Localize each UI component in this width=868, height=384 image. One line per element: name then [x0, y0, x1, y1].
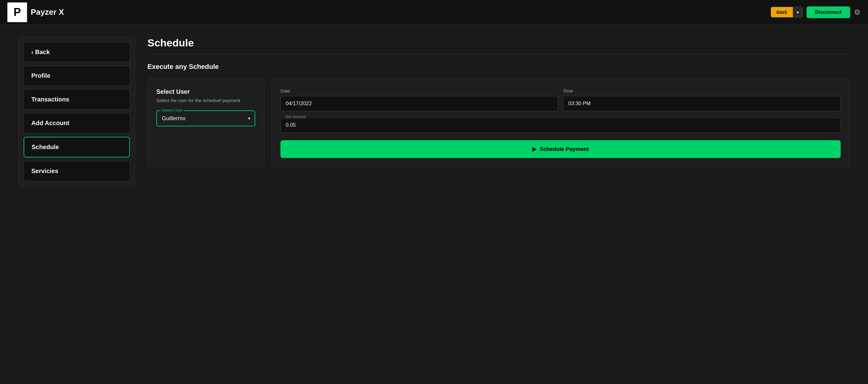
- date-input[interactable]: [280, 96, 558, 111]
- amount-group: Set Amount: [280, 117, 841, 133]
- page-content: Schedule Execute any Schedule Select Use…: [148, 37, 849, 186]
- select-float-label: Select User: [161, 108, 184, 113]
- schedule-payment-label: Schedule Payment: [540, 146, 589, 152]
- add-account-label: Add Account: [31, 120, 69, 126]
- amount-float-label: Set Amount: [284, 114, 307, 119]
- app-name: Payzer X: [31, 7, 64, 17]
- select-user-card: Select User Select the user for the sche…: [148, 78, 264, 168]
- user-select[interactable]: Guillermo: [157, 111, 255, 126]
- schedule-details-card: Date Time Set Amount ▶ Schedule Payment: [272, 78, 849, 168]
- profile-label: Profile: [31, 72, 50, 79]
- select-user-description: Select the user for the scheduel payment: [156, 98, 255, 103]
- network-selector[interactable]: Görli ▾: [771, 7, 803, 18]
- page-title: Schedule: [148, 37, 849, 49]
- schedule-payment-icon: ▶: [532, 146, 536, 152]
- disconnect-button[interactable]: Disconnect: [807, 6, 850, 18]
- transactions-label: Transactions: [31, 96, 69, 103]
- sidebar: ‹ Back Profile Transactions Add Account …: [19, 37, 135, 186]
- date-time-row: Date Time: [280, 88, 841, 111]
- header: P Payzer X Görli ▾ Disconnect ⚙: [0, 0, 868, 25]
- user-select-container[interactable]: Select User Guillermo ▾: [156, 110, 255, 126]
- cards-row: Select User Select the user for the sche…: [148, 78, 849, 168]
- date-label: Date: [280, 88, 558, 93]
- servicies-label: Servicies: [31, 168, 58, 174]
- select-user-label: Select User: [156, 88, 255, 95]
- time-group: Time: [563, 88, 841, 111]
- sidebar-item-profile[interactable]: Profile: [24, 66, 130, 86]
- logo-box: P: [7, 2, 27, 22]
- settings-icon[interactable]: ⚙: [854, 8, 861, 17]
- network-badge: Görli: [771, 7, 793, 17]
- amount-input[interactable]: [280, 117, 841, 133]
- schedule-label: Schedule: [32, 144, 59, 150]
- time-label: Time: [563, 88, 841, 93]
- sidebar-item-back[interactable]: ‹ Back: [24, 42, 130, 62]
- logo-area: P Payzer X: [7, 2, 64, 22]
- sidebar-item-servicies[interactable]: Servicies: [24, 161, 130, 181]
- network-dropdown-arrow[interactable]: ▾: [793, 7, 803, 17]
- sidebar-item-transactions[interactable]: Transactions: [24, 89, 130, 110]
- main-content: ‹ Back Profile Transactions Add Account …: [0, 25, 868, 199]
- time-input[interactable]: [563, 96, 841, 111]
- sidebar-item-schedule[interactable]: Schedule: [24, 137, 130, 157]
- header-right: Görli ▾ Disconnect ⚙: [771, 6, 861, 18]
- schedule-payment-button[interactable]: ▶ Schedule Payment: [280, 140, 841, 158]
- back-label: ‹ Back: [31, 49, 50, 56]
- sidebar-item-add-account[interactable]: Add Account: [24, 113, 130, 133]
- logo-letter: P: [13, 6, 21, 19]
- section-title: Execute any Schedule: [148, 63, 849, 71]
- date-group: Date: [280, 88, 558, 111]
